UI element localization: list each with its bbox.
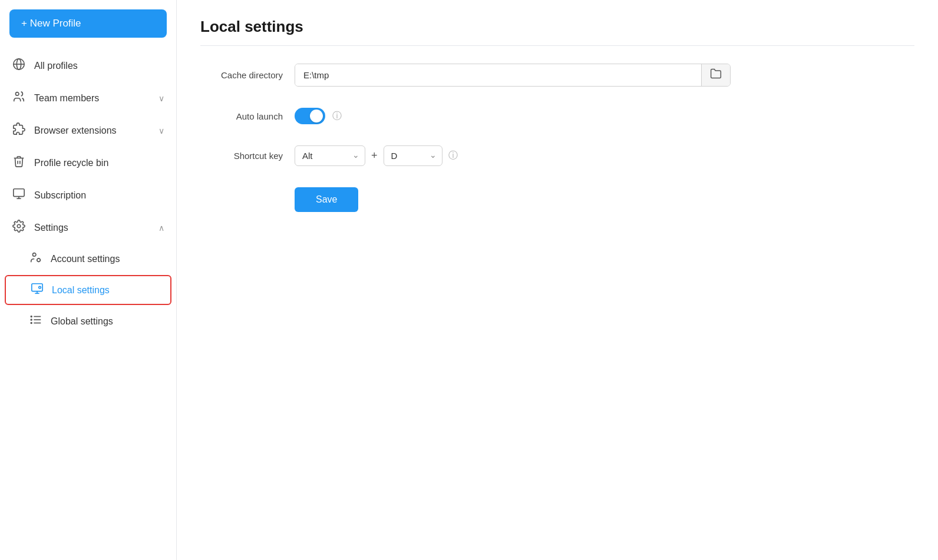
cache-directory-row: Cache directory — [200, 64, 731, 87]
cache-directory-label: Cache directory — [200, 70, 283, 80]
svg-point-3 — [16, 92, 19, 96]
cache-directory-input[interactable] — [295, 64, 701, 86]
sidebar-item-browser-extensions[interactable]: Browser extensions ∨ — [0, 114, 176, 147]
svg-rect-4 — [14, 189, 24, 197]
main-content: Local settings Cache directory Auto laun… — [177, 0, 938, 560]
sidebar-item-all-profiles[interactable]: All profiles — [0, 49, 176, 82]
local-settings-form: Cache directory Auto launch ⓘ Shortcut k… — [200, 64, 731, 212]
user-gear-icon — [29, 251, 42, 267]
svg-point-15 — [31, 323, 32, 324]
auto-launch-label: Auto launch — [200, 111, 283, 121]
sidebar-item-profile-recycle-bin[interactable]: Profile recycle bin — [0, 147, 176, 179]
sidebar-item-label: Profile recycle bin — [34, 158, 108, 168]
save-button[interactable]: Save — [295, 187, 358, 212]
chevron-up-icon: ∧ — [158, 223, 164, 233]
shortcut-key-select-wrap: D A B C E — [384, 145, 442, 166]
shortcut-key-label: Shortcut key — [200, 151, 283, 161]
sidebar-sub-item-label: Global settings — [51, 316, 113, 327]
sidebar-item-local-settings[interactable]: Local settings — [5, 275, 171, 305]
shortcut-info-icon[interactable]: ⓘ — [448, 150, 458, 162]
sidebar-item-subscription[interactable]: Subscription — [0, 179, 176, 211]
gear-icon — [12, 220, 26, 236]
chevron-down-icon: ∨ — [158, 94, 164, 103]
sidebar-item-global-settings[interactable]: Global settings — [0, 306, 176, 336]
sidebar-item-label: Settings — [34, 223, 68, 233]
badge-icon — [12, 187, 26, 203]
shortcut-key-row: Shortcut key Alt Ctrl Shift + D A B C — [200, 145, 731, 166]
shortcut-modifier-select[interactable]: Alt Ctrl Shift — [295, 145, 365, 166]
list-gear-icon — [29, 313, 42, 329]
trash-icon — [12, 155, 26, 171]
sidebar: + New Profile All profiles Team members … — [0, 0, 177, 560]
sidebar-item-account-settings[interactable]: Account settings — [0, 244, 176, 274]
page-title: Local settings — [200, 18, 914, 46]
auto-launch-toggle-wrap: ⓘ — [295, 108, 342, 124]
auto-launch-row: Auto launch ⓘ — [200, 108, 731, 124]
svg-point-5 — [17, 224, 21, 228]
sidebar-item-label: Browser extensions — [34, 125, 117, 136]
team-icon — [12, 90, 26, 106]
shortcut-wrap: Alt Ctrl Shift + D A B C E ⓘ — [295, 145, 458, 166]
svg-point-13 — [31, 316, 32, 317]
sidebar-sub-item-label: Account settings — [51, 254, 120, 264]
sidebar-item-settings[interactable]: Settings ∧ — [0, 211, 176, 244]
plus-separator: + — [371, 150, 378, 162]
chevron-down-icon: ∨ — [158, 126, 164, 135]
svg-point-14 — [31, 319, 32, 320]
sidebar-sub-item-label: Local settings — [52, 285, 110, 296]
auto-launch-info-icon[interactable]: ⓘ — [332, 110, 342, 122]
browse-button[interactable] — [701, 64, 730, 86]
puzzle-icon — [12, 122, 26, 138]
shortcut-modifier-select-wrap: Alt Ctrl Shift — [295, 145, 365, 166]
shortcut-key-select[interactable]: D A B C E — [384, 145, 442, 166]
cache-directory-input-wrap — [295, 64, 731, 87]
new-profile-button[interactable]: + New Profile — [9, 9, 167, 38]
auto-launch-toggle[interactable] — [295, 108, 325, 124]
save-row: Save — [200, 187, 731, 212]
sidebar-item-label: All profiles — [34, 61, 78, 71]
sidebar-item-team-members[interactable]: Team members ∨ — [0, 82, 176, 114]
sidebar-item-label: Subscription — [34, 190, 86, 201]
globe-icon — [12, 58, 26, 74]
sidebar-item-label: Team members — [34, 93, 99, 104]
svg-point-7 — [37, 259, 41, 262]
svg-point-6 — [33, 253, 37, 257]
svg-point-9 — [39, 286, 41, 289]
monitor-gear-icon — [31, 282, 44, 298]
